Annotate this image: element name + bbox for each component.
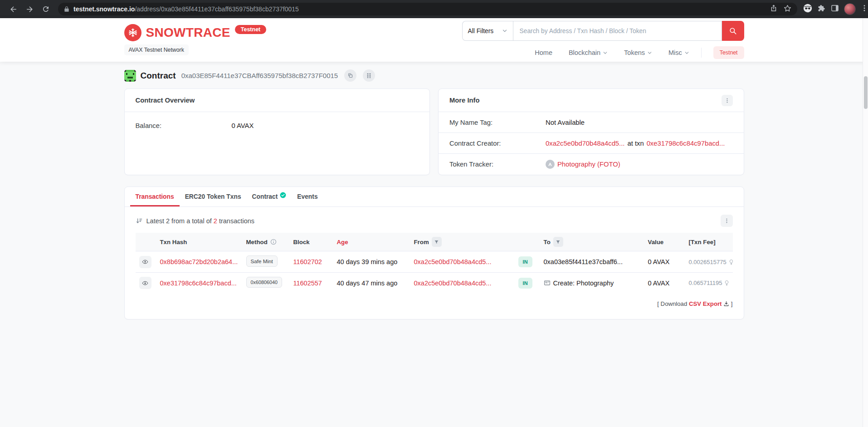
contract-address: 0xa03E85F4411e37CBAff635975bf38cB2737F00… [181, 72, 338, 79]
col-eye [136, 233, 156, 251]
tx-preview-button[interactable] [139, 256, 151, 268]
more-info-card: More Info My Name Tag: Not Available Con… [438, 88, 744, 175]
search-filter-select[interactable]: All Filters [462, 21, 513, 41]
to-create-cell: Create: Photography [553, 280, 614, 287]
filter-funnel-icon [556, 240, 561, 245]
reload-icon [42, 5, 50, 13]
nav-home[interactable]: Home [535, 49, 552, 56]
gas-lightbulb-icon[interactable] [728, 259, 733, 265]
col-age[interactable]: Age [333, 233, 410, 251]
snowflake-logo-icon [124, 24, 141, 41]
forward-arrow-icon [25, 5, 34, 14]
tab-erc20-token-txns[interactable]: ERC20 Token Txns [180, 187, 247, 206]
page-scrollbar[interactable] [863, 18, 868, 427]
value-cell: 0 AVAX [644, 251, 685, 273]
filter-funnel-icon [434, 240, 439, 245]
more-info-menu-button[interactable] [722, 95, 733, 106]
search-filter-label: All Filters [468, 28, 494, 34]
search-button[interactable] [722, 21, 744, 41]
token-tracker-link[interactable]: Photography (FOTO) [557, 161, 620, 168]
overview-card-title: Contract Overview [136, 97, 195, 104]
name-tag-label: My Name Tag: [449, 119, 546, 126]
info-icon[interactable] [270, 239, 277, 245]
chevron-down-icon [502, 28, 507, 34]
txn-hash-link[interactable]: 0xe31798c6c84c97bacd... [160, 280, 237, 287]
profile-avatar[interactable] [844, 3, 856, 15]
extension-badge-button[interactable] [803, 3, 813, 15]
more-info-card-title: More Info [449, 97, 480, 104]
star-icon [783, 4, 792, 13]
extensions-menu-button[interactable] [817, 4, 826, 15]
tab-contract[interactable]: Contract [247, 187, 292, 206]
address-bar[interactable]: testnet.snowtrace.io/address/0xa03e85f44… [58, 3, 797, 15]
gas-lightbulb-icon[interactable] [724, 280, 730, 286]
transactions-menu-button[interactable] [721, 215, 733, 227]
side-panel-icon [830, 4, 839, 13]
main-nav: Home Blockchain Tokens Misc Testnet [535, 46, 744, 59]
url-text: testnet.snowtrace.io/address/0xa03e85f44… [73, 5, 770, 13]
contract-create-icon [544, 280, 551, 286]
token-tracker-row: Token Tracker: Photography (FOTO) [439, 154, 744, 175]
chevron-down-icon [603, 50, 608, 55]
copy-icon [347, 73, 353, 79]
from-address-link[interactable]: 0xa2c5e0bd70b48a4cd5... [414, 280, 492, 287]
bookmark-button[interactable] [783, 4, 792, 15]
share-button[interactable] [770, 4, 778, 14]
col-block: Block [290, 233, 333, 251]
qr-apps-button[interactable] [363, 69, 375, 82]
transaction-row: 0xe31798c6c84c97bacd... 0x60806040 11602… [136, 273, 733, 294]
txn-hash-link[interactable]: 0x8b698ac72bd20b2a64... [160, 258, 238, 265]
from-address-link[interactable]: 0xa2c5e0bd70b48a4cd5... [414, 258, 492, 265]
col-direction [515, 233, 540, 251]
download-icon [723, 301, 729, 307]
extension-badge-icon [803, 3, 813, 13]
name-tag-value: Not Available [546, 119, 585, 126]
browser-menu-button[interactable] [860, 4, 868, 14]
from-filter-button[interactable] [432, 237, 442, 247]
col-method: Method [243, 233, 290, 251]
url-domain: testnet.snowtrace.io [73, 5, 135, 13]
verified-check-icon [280, 192, 286, 198]
direction-badge: IN [518, 278, 533, 289]
creator-address-link[interactable]: 0xa2c5e0bd70b48a4cd5... [546, 140, 624, 147]
csv-export-link[interactable]: CSV Export [689, 300, 722, 307]
browser-forward-button[interactable] [22, 1, 37, 17]
nav-tokens[interactable]: Tokens [624, 49, 652, 56]
nav-testnet-button[interactable]: Testnet [713, 46, 744, 59]
tab-events[interactable]: Events [292, 187, 323, 206]
sort-icon [136, 217, 143, 225]
search-input[interactable] [513, 21, 722, 41]
block-link[interactable]: 11602557 [293, 280, 322, 287]
search-bar: All Filters [462, 21, 744, 41]
col-from: From [410, 233, 515, 251]
to-filter-button[interactable] [553, 237, 563, 247]
transactions-total-count: 2 [214, 217, 217, 225]
contract-creator-row: Contract Creator: 0xa2c5e0bd70b48a4cd5..… [439, 133, 744, 154]
kebab-menu-icon [724, 218, 730, 224]
browser-back-button[interactable] [5, 1, 21, 17]
tx-preview-button[interactable] [139, 277, 151, 289]
col-txn-fee: [Txn Fee] [685, 233, 733, 251]
txn-fee-value: 0.0026515775 [689, 259, 727, 265]
copy-address-button[interactable] [344, 69, 356, 82]
transactions-card: Transactions ERC20 Token Txns Contract E… [124, 187, 744, 319]
puzzle-icon [817, 4, 826, 13]
nav-misc[interactable]: Misc [668, 49, 689, 56]
snowtrace-logo[interactable]: SNOWTRACE Testnet [124, 24, 267, 41]
contract-creator-label: Contract Creator: [449, 140, 546, 147]
share-icon [770, 4, 778, 12]
col-txn-hash: Txn Hash [156, 233, 243, 251]
kebab-menu-icon [724, 98, 730, 103]
nav-blockchain[interactable]: Blockchain [569, 49, 608, 56]
creator-txn-link[interactable]: 0xe31798c6c84c97bacd... [647, 140, 725, 147]
tab-transactions[interactable]: Transactions [130, 187, 180, 206]
balance-row: Balance: 0 AVAX [136, 122, 419, 129]
transactions-summary: Latest 2 from a total of 2 transactions [136, 217, 255, 225]
side-panel-button[interactable] [830, 4, 839, 15]
balance-value: 0 AVAX [232, 122, 254, 129]
to-address-cell: 0xa03e85f4411e37cbaff6... [540, 251, 644, 273]
scrollbar-thumb[interactable] [864, 76, 868, 109]
transactions-table: Txn Hash Method Block Age From To Value … [136, 233, 733, 293]
browser-reload-button[interactable] [38, 1, 54, 17]
block-link[interactable]: 11602702 [293, 258, 322, 265]
